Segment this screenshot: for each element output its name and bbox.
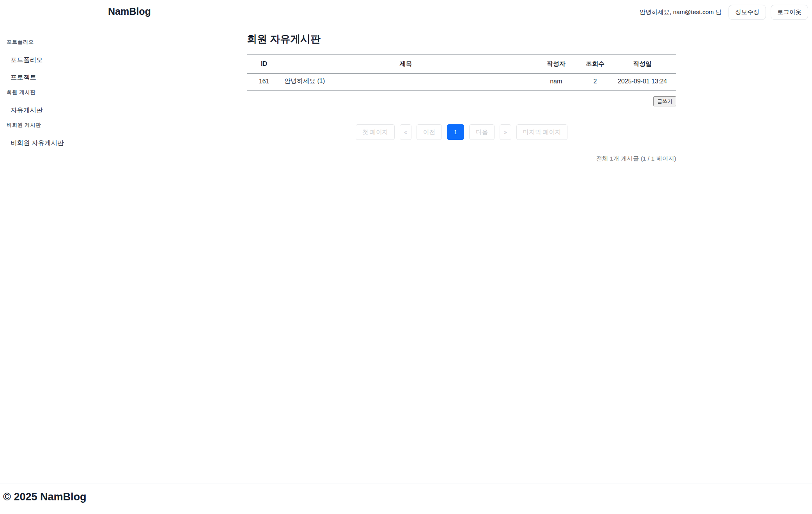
cell-post-id: 161 (247, 74, 281, 89)
cell-post-author: nam (530, 74, 582, 89)
pagination-next-jump-button[interactable]: » (500, 124, 511, 140)
sidebar-nav: 포트폴리오 포트폴리오 프로젝트 회원 게시판 자유게시판 비회원 게시판 비회… (7, 39, 225, 152)
col-header-title: 제목 (281, 55, 530, 74)
sidebar-item-guest-free-board[interactable]: 비회원 자유게시판 (7, 134, 225, 152)
copyright-text: © 2025 NamBlog (3, 491, 812, 503)
col-header-author: 작성자 (530, 55, 582, 74)
user-greeting: 안녕하세요, nam@test.com 님 (640, 8, 722, 16)
cell-post-date: 2025-09-01 13:24 (608, 74, 676, 89)
pagination-page-1-button[interactable]: 1 (447, 124, 465, 140)
page-title: 회원 자유게시판 (247, 34, 676, 44)
table-bottom-rule (247, 90, 676, 91)
sidebar-section-member-board: 회원 게시판 (7, 89, 225, 95)
sidebar-item-project[interactable]: 프로젝트 (7, 69, 225, 86)
post-count-summary: 전체 1개 게시글 (1 / 1 페이지) (247, 155, 676, 163)
edit-info-button[interactable]: 정보수정 (729, 5, 766, 20)
col-header-id: ID (247, 55, 281, 74)
write-post-button[interactable]: 글쓰기 (653, 96, 676, 106)
write-button-row: 글쓰기 (247, 96, 676, 106)
top-navbar: NamBlog 안녕하세요, nam@test.com 님 정보수정 로그아웃 (0, 0, 812, 24)
col-header-date: 작성일 (608, 55, 676, 74)
main-content: 회원 자유게시판 ID 제목 작성자 조회수 작성일 161 안녕하세요 (1)… (247, 24, 676, 163)
pagination-next-button[interactable]: 다음 (469, 124, 495, 140)
table-header-row: ID 제목 작성자 조회수 작성일 (247, 55, 676, 74)
brand-logo[interactable]: NamBlog (108, 6, 151, 17)
header-user-area: 안녕하세요, nam@test.com 님 정보수정 로그아웃 (640, 0, 808, 24)
sidebar-section-portfolio: 포트폴리오 (7, 39, 225, 45)
board-table: ID 제목 작성자 조회수 작성일 161 안녕하세요 (1) nam 2 20… (247, 54, 676, 89)
pagination-last-button[interactable]: 마지막 페이지 (516, 124, 567, 140)
post-title-link[interactable]: 안녕하세요 (1) (284, 78, 325, 84)
pagination-prev-button[interactable]: 이전 (417, 124, 442, 140)
col-header-views: 조회수 (582, 55, 608, 74)
pagination: 첫 페이지 « 이전 1 다음 » 마지막 페이지 (247, 124, 676, 140)
cell-post-title: 안녕하세요 (1) (281, 74, 530, 89)
pagination-first-button[interactable]: 첫 페이지 (356, 124, 395, 140)
sidebar-item-free-board[interactable]: 자유게시판 (7, 101, 225, 119)
table-row: 161 안녕하세요 (1) nam 2 2025-09-01 13:24 (247, 74, 676, 89)
logout-button[interactable]: 로그아웃 (771, 5, 808, 20)
sidebar-item-portfolio[interactable]: 포트폴리오 (7, 51, 225, 69)
sidebar-section-guest-board: 비회원 게시판 (7, 122, 225, 128)
pagination-prev-jump-button[interactable]: « (400, 124, 411, 140)
cell-post-views: 2 (582, 74, 608, 89)
footer: © 2025 NamBlog (0, 484, 812, 514)
